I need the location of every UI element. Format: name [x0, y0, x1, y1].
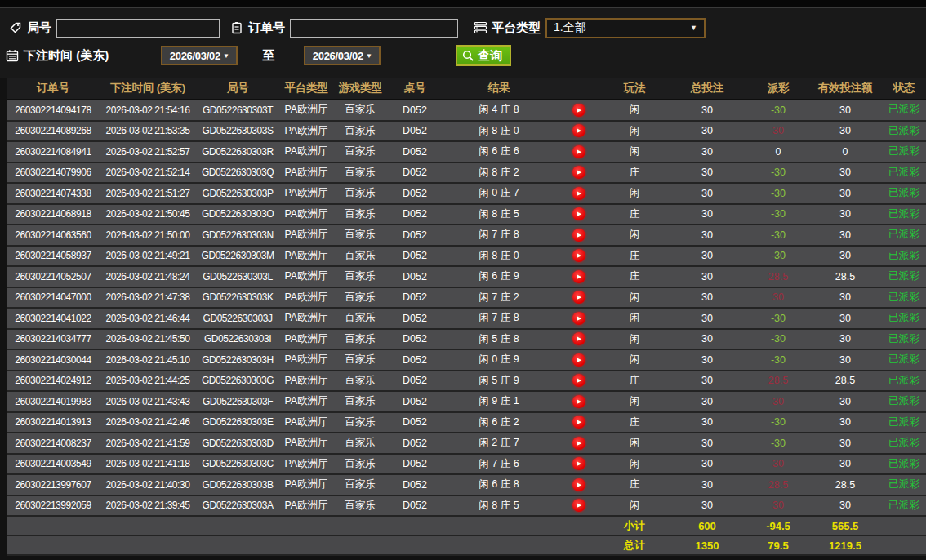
cell-payout: -30: [748, 229, 808, 241]
cell-bet-time: 2026-03-02 21:50:45: [100, 208, 196, 220]
grand-total-label: 总计: [603, 538, 666, 553]
cell-valid-bet: 30: [808, 229, 882, 241]
clipboard-icon: [229, 21, 244, 34]
replay-play-icon[interactable]: ▶: [572, 229, 585, 242]
platform-type-select[interactable]: 1.全部 ▼: [545, 18, 706, 38]
cell-result: 闲 5 庄 8: [443, 332, 555, 346]
cell-bet-time: 2026-03-02 21:43:43: [100, 396, 196, 407]
replay-play-icon[interactable]: ▶: [572, 332, 585, 345]
cell-round-number: GD0522630303K: [196, 291, 279, 303]
cell-status: 已派彩: [882, 311, 926, 325]
cell-result: 闲 8 庄 0: [443, 249, 555, 263]
replay-play-icon[interactable]: ▶: [572, 291, 585, 304]
replay-play-icon[interactable]: ▶: [572, 312, 585, 325]
cell-total-bet: 30: [666, 333, 748, 344]
cell-bet-time: 2026-03-02 21:52:57: [100, 146, 196, 158]
cell-game-type: 百家乐: [333, 499, 387, 513]
cell-status: 已派彩: [882, 394, 926, 408]
header-platform-type: 平台类型: [279, 81, 333, 96]
cell-valid-bet: 30: [808, 125, 882, 136]
cell-order-number: 260302214079906: [7, 167, 100, 178]
cell-table-number: D052: [387, 167, 443, 178]
cell-total-bet: 30: [666, 396, 748, 407]
cell-status: 已派彩: [882, 124, 926, 138]
cell-status: 已派彩: [882, 269, 926, 283]
cell-platform-type: PA欧洲厅: [279, 457, 333, 471]
cell-status: 已派彩: [882, 166, 926, 180]
cell-round-number: GD0522630303H: [196, 354, 279, 366]
round-number-input[interactable]: [56, 19, 220, 38]
table-row: 260302213997607 2026-03-02 21:40:30 GD05…: [7, 475, 926, 496]
cell-bet-time: 2026-03-02 21:52:14: [100, 167, 196, 178]
replay-play-icon[interactable]: ▶: [572, 395, 585, 408]
cell-bet-side: 闲: [603, 228, 666, 242]
cell-game-type: 百家乐: [333, 332, 387, 346]
cell-game-type: 百家乐: [333, 269, 387, 283]
cell-status: 已派彩: [882, 374, 926, 388]
cell-bet-side: 闲: [603, 436, 666, 450]
table-header-row: 订单号 下注时间 (美东) 局号 平台类型 游戏类型 桌号 结果 玩法 总投注 …: [7, 78, 926, 100]
cell-payout: 30: [748, 500, 808, 511]
cell-order-number: 260302214074338: [7, 188, 100, 199]
cell-bet-side: 闲: [603, 457, 666, 471]
cell-order-number: 260302214063560: [7, 229, 100, 241]
replay-play-icon[interactable]: ▶: [572, 270, 585, 283]
cell-order-number: 260302214024912: [7, 375, 100, 386]
round-number-label: 局号: [27, 20, 51, 36]
replay-play-icon[interactable]: ▶: [572, 457, 585, 470]
cell-round-number: GD0522630303O: [196, 208, 279, 220]
cell-valid-bet: 28.5: [808, 271, 882, 282]
filter-bar: 局号 订单号 平台类型 1.全部 ▼ 下注时间 (美东) 2026/03/02 …: [0, 8, 926, 78]
cell-payout: 28.5: [748, 271, 808, 282]
cell-bet-time: 2026-03-02 21:51:27: [100, 188, 196, 199]
cell-payout: -30: [748, 208, 808, 220]
cell-status: 已派彩: [882, 478, 926, 491]
table-row: 260302214094178 2026-03-02 21:54:16 GD05…: [7, 100, 926, 122]
replay-play-icon[interactable]: ▶: [572, 166, 585, 179]
cell-result: 闲 2 庄 7: [443, 436, 555, 450]
replay-play-icon[interactable]: ▶: [572, 416, 585, 429]
cell-bet-time: 2026-03-02 21:54:16: [100, 104, 196, 116]
cell-result: 闲 4 庄 8: [443, 103, 555, 117]
cell-table-number: D052: [387, 271, 443, 282]
cell-result: 闲 8 庄 5: [443, 207, 555, 221]
cell-status: 已派彩: [882, 103, 926, 117]
cell-result: 闲 8 庄 5: [443, 499, 555, 513]
cell-valid-bet: 30: [808, 188, 882, 199]
cell-total-bet: 30: [666, 188, 748, 199]
cell-table-number: D052: [387, 375, 443, 386]
replay-play-icon[interactable]: ▶: [572, 124, 585, 137]
filter-row-1: 局号 订单号 平台类型 1.全部 ▼: [8, 14, 926, 42]
cell-platform-type: PA欧洲厅: [279, 311, 333, 325]
order-number-input[interactable]: [290, 19, 458, 38]
date-to-picker[interactable]: 2026/03/02 ▼: [304, 46, 381, 65]
cell-valid-bet: 30: [808, 208, 882, 220]
filter-row-2: 下注时间 (美东) 2026/03/02 ▼ 至 2026/03/02 ▼ 查询: [8, 42, 926, 69]
cell-valid-bet: 30: [808, 500, 882, 511]
replay-play-icon[interactable]: ▶: [572, 499, 585, 512]
replay-play-icon[interactable]: ▶: [572, 374, 585, 387]
replay-play-icon[interactable]: ▶: [572, 145, 585, 158]
date-from-picker[interactable]: 2026/03/02 ▼: [161, 46, 238, 65]
table-row: 260302214052507 2026-03-02 21:48:24 GD05…: [7, 267, 926, 288]
subtotal-valid-bet: 565.5: [808, 520, 882, 532]
cell-round-number: GD0522630303B: [196, 479, 279, 491]
replay-play-icon[interactable]: ▶: [572, 478, 585, 491]
cell-status: 已派彩: [882, 186, 926, 200]
replay-play-icon[interactable]: ▶: [572, 249, 585, 262]
cell-payout: -30: [748, 438, 808, 449]
search-button[interactable]: 查询: [456, 45, 511, 66]
replay-play-icon[interactable]: ▶: [572, 437, 585, 450]
replay-play-icon[interactable]: ▶: [572, 104, 585, 117]
replay-play-icon[interactable]: ▶: [572, 187, 585, 200]
cell-payout: -30: [748, 354, 808, 366]
replay-play-icon[interactable]: ▶: [572, 353, 585, 367]
grand-total-total-bet: 1350: [666, 540, 748, 552]
cell-bet-time: 2026-03-02 21:53:35: [100, 125, 196, 136]
cell-total-bet: 30: [666, 500, 748, 511]
cell-bet-time: 2026-03-02 21:44:25: [100, 375, 196, 386]
replay-play-icon[interactable]: ▶: [572, 207, 585, 220]
table-row: 260302214008237 2026-03-02 21:41:59 GD05…: [7, 433, 926, 455]
cell-platform-type: PA欧洲厅: [279, 291, 333, 304]
cell-order-number: 260302214084941: [7, 146, 100, 158]
